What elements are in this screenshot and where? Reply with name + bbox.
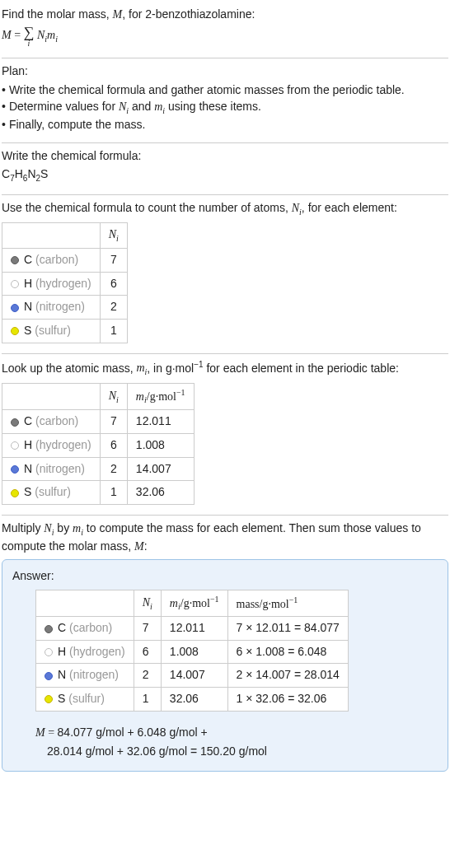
element-color-icon bbox=[11, 280, 19, 288]
answer-content: Ni mi/g·mol−1 mass/g·mol−1 C (carbon) 7 … bbox=[12, 590, 438, 762]
step-heading: Look up the atomic mass, mi, in g·mol−1 … bbox=[2, 359, 448, 378]
mass-value: 6 × 1.008 = 6.048 bbox=[227, 640, 348, 664]
ni-value: 1 bbox=[100, 481, 127, 505]
mass-value: 1 × 32.06 = 32.06 bbox=[227, 688, 348, 712]
table-row: H (hydrogen) 6 bbox=[2, 272, 128, 296]
write-formula-section: Write the chemical formula: C7H6N2S bbox=[2, 145, 448, 192]
element-symbol: S bbox=[24, 324, 31, 337]
table-header-row: Ni bbox=[2, 223, 128, 249]
col-mass: mass/g·mol−1 bbox=[227, 590, 348, 616]
intro-text: Find the molar mass, M, for 2-benzothiaz… bbox=[2, 7, 448, 23]
mi-value: 1.008 bbox=[127, 434, 194, 458]
ni-value: 6 bbox=[100, 434, 127, 458]
ni-value: 7 bbox=[100, 410, 127, 434]
element-name: (sulfur) bbox=[35, 324, 71, 337]
plan-item-text: Determine values for Ni and mi using the… bbox=[9, 99, 261, 117]
col-mi: mi/g·mol−1 bbox=[161, 590, 227, 616]
ni-value: 2 bbox=[100, 296, 127, 320]
element-color-icon bbox=[11, 465, 19, 474]
table-row: H (hydrogen) 6 1.008 6 × 1.008 = 6.048 bbox=[36, 640, 349, 664]
table-row: S (sulfur) 1 bbox=[2, 319, 128, 343]
element-color-icon bbox=[11, 256, 19, 264]
element-color-icon bbox=[45, 672, 53, 680]
ni-value: 2 bbox=[134, 664, 161, 688]
table-row: S (sulfur) 1 32.06 bbox=[2, 481, 195, 505]
step-heading: Write the chemical formula: bbox=[2, 148, 448, 165]
atomic-mass-section: Look up the atomic mass, mi, in g·mol−1 … bbox=[2, 356, 448, 513]
divider bbox=[2, 142, 448, 143]
answer-table: Ni mi/g·mol−1 mass/g·mol−1 C (carbon) 7 … bbox=[35, 590, 349, 712]
element-color-icon bbox=[45, 625, 53, 633]
step-heading: Use the chemical formula to count the nu… bbox=[2, 200, 448, 218]
col-mi: mi/g·mol−1 bbox=[127, 383, 194, 409]
divider bbox=[2, 515, 448, 516]
element-name: (nitrogen) bbox=[35, 300, 85, 313]
mi-value: 12.011 bbox=[127, 410, 194, 434]
plan-item: • Write the chemical formula and gather … bbox=[2, 82, 448, 99]
element-name: (carbon) bbox=[35, 253, 78, 266]
plan-item-text: Write the chemical formula and gather at… bbox=[9, 82, 405, 99]
element-color-icon bbox=[45, 695, 53, 703]
plan-items: • Write the chemical formula and gather … bbox=[2, 82, 448, 133]
element-color-icon bbox=[45, 648, 53, 656]
count-atoms-section: Use the chemical formula to count the nu… bbox=[2, 197, 448, 352]
intro-m: M bbox=[113, 8, 123, 21]
mi-value: 1.008 bbox=[161, 640, 227, 664]
mi-value: 14.007 bbox=[127, 457, 194, 481]
element-color-icon bbox=[11, 327, 19, 335]
ni-value: 6 bbox=[100, 272, 127, 296]
plan-heading: Plan: bbox=[2, 63, 448, 80]
element-name: (hydrogen) bbox=[35, 277, 91, 290]
intro-prefix: Find the molar mass, bbox=[2, 7, 113, 21]
col-ni: Ni bbox=[100, 383, 127, 409]
final-calculation: M = 84.077 g/mol + 6.048 g/mol + 28.014 … bbox=[35, 723, 438, 762]
plan-item-text: Finally, compute the mass. bbox=[9, 117, 145, 133]
col-ni: Ni bbox=[134, 590, 161, 616]
bullet-icon: • bbox=[2, 82, 6, 99]
element-color-icon bbox=[11, 304, 19, 312]
molar-mass-formula: M = ∑ i Nimi bbox=[2, 25, 448, 48]
element-color-icon bbox=[11, 441, 19, 450]
element-symbol: N bbox=[24, 300, 32, 313]
answer-box: Answer: Ni mi/g·mol−1 mass/g·mol−1 C (ca… bbox=[2, 559, 448, 772]
atomic-mass-table: Ni mi/g·mol−1 C (carbon) 7 12.011 H (hyd… bbox=[2, 383, 195, 505]
element-symbol: C bbox=[24, 253, 32, 266]
element-color-icon bbox=[11, 418, 19, 427]
ni-value: 2 bbox=[100, 457, 127, 481]
table-header-row: Ni mi/g·mol−1 mass/g·mol−1 bbox=[36, 590, 349, 616]
table-row: N (nitrogen) 2 14.007 bbox=[2, 457, 195, 481]
table-row: N (nitrogen) 2 bbox=[2, 296, 128, 320]
ni-value: 6 bbox=[134, 640, 161, 664]
table-row: C (carbon) 7 bbox=[2, 249, 128, 273]
col-ni: Ni bbox=[100, 223, 127, 249]
answer-label: Answer: bbox=[12, 568, 438, 585]
plan-item: • Finally, compute the mass. bbox=[2, 117, 448, 133]
mi-value: 14.007 bbox=[161, 664, 227, 688]
ni-value: 1 bbox=[100, 319, 127, 343]
divider bbox=[2, 353, 448, 354]
mass-value: 2 × 14.007 = 28.014 bbox=[227, 664, 348, 688]
table-row: C (carbon) 7 12.011 bbox=[2, 410, 195, 434]
element-symbol: H bbox=[24, 277, 32, 290]
mi-value: 32.06 bbox=[161, 688, 227, 712]
bullet-icon: • bbox=[2, 117, 6, 133]
table-row: C (carbon) 7 12.011 7 × 12.011 = 84.077 bbox=[36, 617, 349, 641]
plan-item: • Determine values for Ni and mi using t… bbox=[2, 99, 448, 117]
divider bbox=[2, 194, 448, 195]
table-header-row: Ni mi/g·mol−1 bbox=[2, 383, 195, 409]
bullet-icon: • bbox=[2, 99, 6, 117]
mi-value: 32.06 bbox=[127, 481, 194, 505]
mi-value: 12.011 bbox=[161, 617, 227, 641]
table-row: S (sulfur) 1 32.06 1 × 32.06 = 32.06 bbox=[36, 688, 349, 712]
ni-value: 7 bbox=[134, 617, 161, 641]
table-row: H (hydrogen) 6 1.008 bbox=[2, 434, 195, 458]
mass-value: 7 × 12.011 = 84.077 bbox=[227, 617, 348, 641]
ni-value: 7 bbox=[100, 249, 127, 273]
intro-suffix: , for 2-benzothiazolamine: bbox=[122, 7, 255, 21]
multiply-section: Multiply Ni by mi to compute the mass fo… bbox=[2, 517, 448, 774]
element-color-icon bbox=[11, 489, 19, 497]
plan-section: Plan: • Write the chemical formula and g… bbox=[2, 60, 448, 142]
chemical-formula: C7H6N2S bbox=[2, 166, 448, 184]
atom-count-table: Ni C (carbon) 7 H (hydrogen) 6 N (nitrog… bbox=[2, 222, 128, 343]
divider bbox=[2, 58, 448, 58]
